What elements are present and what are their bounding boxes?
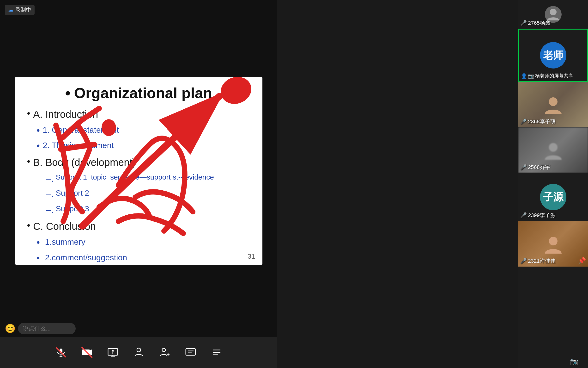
avatar-circle: 老师 [540,42,566,68]
bullet: • [37,123,40,138]
share-screen-button[interactable] [107,347,119,358]
slide-title: • Organizational plan [27,84,250,101]
more-icon [211,347,222,358]
participants-panel: 🎤 2765杨鑫 老师 👤 📷 杨老师的屏幕共享 [518,0,588,368]
mic-slash-icon: 🎤 [520,164,527,170]
person-photo-icon [544,95,563,114]
recording-badge: ☁ 录制中 [5,5,35,15]
share-screen-icon [107,347,119,358]
mic-button[interactable] [55,347,67,358]
svg-point-25 [549,97,558,106]
participant-name: 🎤 2321许佳佳 [520,258,556,265]
list-item: –. Support 2 [46,187,250,202]
participant-item: 🎤 2368李子萌 [518,82,588,127]
mic-slash-icon: 🎤 [520,258,527,264]
presentation-slide: • Organizational plan • A. Introduction … [15,77,263,265]
item-text: Support 1 topic sentence—support s.-- ev… [56,171,214,183]
bullet: • [27,154,30,169]
item-text: A. Introduction [33,106,98,122]
chat-button[interactable] [185,347,196,358]
mic-slash-icon: 🎤 [520,212,527,219]
add-participant-button[interactable] [159,347,170,358]
participant-item: 🎤 2568乔宇 [518,127,588,173]
participant-item: 🎤 2765杨鑫 [518,0,588,29]
thesis-statement-text: 2. Thesis statement [43,139,114,152]
participant-name: 🎤 2368李子萌 [520,118,556,125]
participant-item: 子源 🎤 2399李子源 [518,173,588,221]
bullet: • [37,139,40,153]
mic-icon: 🎤 [520,20,527,26]
item-text: 1.summery [43,235,86,248]
list-item: • A. Introduction [27,106,250,122]
list-item: –. Support 1 topic sentence—support s.--… [46,171,250,186]
item-text: Support 3 [56,203,89,215]
item-text: Support 2 [56,187,89,199]
camera-icon: 📷 [528,73,534,79]
more-button[interactable] [211,347,222,358]
svg-rect-18 [186,349,195,355]
camera-button[interactable] [81,347,93,358]
chat-input[interactable] [18,323,76,334]
participant-item: 🎤 2321许佳佳 📌 [518,221,588,267]
push-pin-icon: 📌 [578,257,586,265]
svg-point-14 [137,348,141,352]
content-list: • A. Introduction • 1. General statement… [27,106,250,265]
camera-slash-icon [81,347,93,358]
participant-name: 🎤 2399李子源 [520,212,556,219]
participants-icon [133,347,145,358]
list-item: • B. Body (development) [27,154,250,170]
bottom-toolbar [0,337,277,368]
bullet: –. [46,187,54,202]
list-item: • 1. General statement [37,123,250,138]
chat-icon [185,347,196,358]
participant-name: 🎤 2568乔宇 [520,164,550,171]
person-blurred-icon [544,141,563,160]
slide-content: • A. Introduction • 1. General statement… [27,106,250,265]
svg-point-27 [549,237,558,245]
cloud-icon: ☁ [8,7,13,13]
chat-input-area: 😊 [5,323,76,334]
list-item: • 2. Thesis statement [37,139,250,153]
svg-point-15 [162,348,166,352]
slide-number: 31 [247,253,255,260]
svg-point-26 [549,143,558,152]
main-presentation-area: • Organizational plan • A. Introduction … [0,0,277,337]
svg-point-24 [550,9,557,15]
bullet: • [37,235,40,250]
bullet: –. [46,203,54,217]
person-photo2-icon [544,234,563,254]
item-text: 1. General statement [43,123,119,136]
mic-slash-icon: 🎤 [520,119,527,125]
avatar-circle: 子源 [540,184,566,210]
list-item: • C. Conclusion [27,218,250,234]
camera-icon-bottom: 📷 [570,358,578,366]
mic-slash-icon [55,347,67,358]
item-text: 2.comment/suggestion [43,251,127,264]
bullet: • [27,218,30,233]
bullet: • [37,251,40,265]
item-text: C. Conclusion [33,218,96,234]
list-item: –. Support 3 [46,203,250,217]
participants-button[interactable] [133,347,145,358]
participant-name: 🎤 2765杨鑫 [520,19,550,27]
recording-label: 录制中 [15,6,31,13]
list-item: • 1.summery [37,235,250,250]
list-item: • 2.comment/suggestion [37,251,250,265]
title-bullet: • [65,84,70,101]
bullet: • [27,106,30,121]
screen-share-label: 👤 📷 杨老师的屏幕共享 [521,73,573,79]
item-text: B. Body (development) [33,154,136,170]
bullet: –. [46,171,54,186]
person-icon: 👤 [521,73,527,79]
add-participant-icon [159,347,170,358]
emoji-button[interactable]: 😊 [5,323,16,334]
participant-item-teacher: 老师 👤 📷 杨老师的屏幕共享 [518,29,588,82]
svg-marker-8 [90,350,92,355]
